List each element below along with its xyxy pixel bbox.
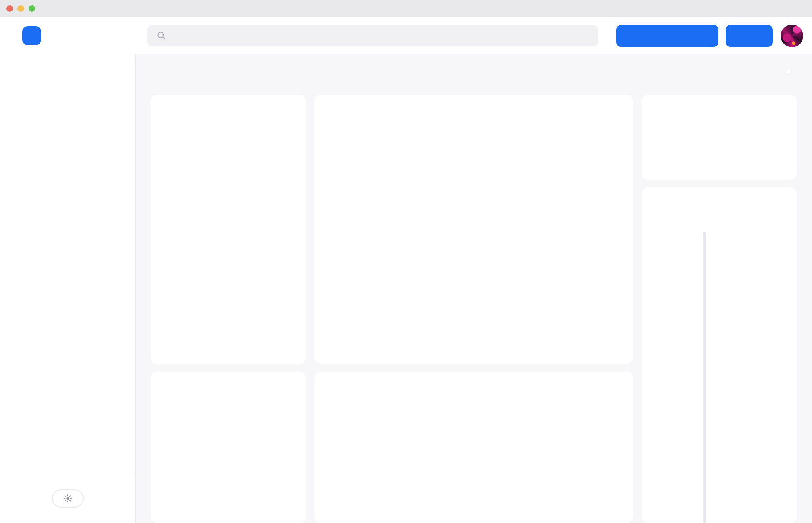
invoices-figures-bar-chart (326, 116, 621, 359)
new-button[interactable] (726, 25, 773, 47)
brand-logo-icon (22, 26, 41, 45)
figures-legend (580, 106, 621, 115)
payments-dot-icon (608, 106, 617, 115)
top-selling-card (314, 372, 633, 523)
income-expense-legend (653, 103, 786, 111)
theme-toggle[interactable] (52, 489, 84, 508)
sidebar-nav (0, 54, 135, 59)
legend-payments (608, 106, 621, 115)
window-zoom-button[interactable] (29, 5, 35, 12)
invoices-status-donut-chart (163, 179, 294, 282)
upgrade-account-button[interactable] (616, 25, 718, 47)
sidebar (0, 54, 136, 523)
search-bar[interactable] (147, 25, 598, 46)
activity-card (642, 187, 797, 523)
donut-hole (192, 202, 265, 259)
income-expense-line-chart (653, 111, 786, 176)
search-icon (156, 31, 167, 41)
invoices-status-card (151, 95, 306, 364)
window-close-button[interactable] (6, 5, 13, 12)
app-window (0, 0, 812, 523)
legend-invoiced (580, 106, 594, 115)
brand[interactable] (0, 26, 136, 45)
main-content (136, 54, 812, 523)
top-paying-clients-card (151, 372, 306, 523)
sun-icon (63, 494, 73, 503)
period-tabs (786, 69, 792, 75)
search-input[interactable] (172, 31, 589, 41)
top-header (0, 17, 812, 54)
invoices-figures-card (314, 95, 633, 364)
expense-dot-icon (680, 103, 688, 111)
invoiced-dot-icon (580, 106, 589, 115)
user-avatar[interactable] (781, 25, 803, 47)
income-vs-expense-card (642, 95, 797, 180)
sidebar-footer (0, 473, 135, 523)
window-titlebar (0, 0, 812, 17)
timeline-line (703, 232, 706, 523)
income-dot-icon (653, 103, 660, 111)
window-minimize-button[interactable] (17, 5, 24, 12)
